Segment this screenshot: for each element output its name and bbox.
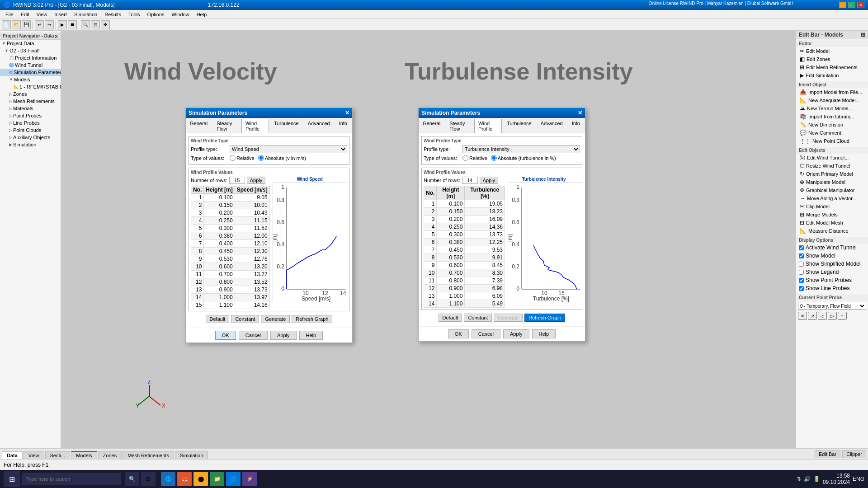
tree-item-mesh[interactable]: ▷ Mesh Refinements	[0, 98, 61, 105]
display-show-model[interactable]: Show Model	[796, 252, 868, 260]
orient-primary-item[interactable]: ↻ Orient Primary Model	[796, 170, 868, 178]
turb-tab-advanced[interactable]: Advanced	[537, 119, 567, 133]
tree-item-simulation[interactable]: ▶ Simulation	[0, 141, 61, 148]
tree-item-point-probes[interactable]: ▷ Point Probes	[0, 112, 61, 119]
probe-prev-button[interactable]: ◁	[818, 312, 827, 320]
clipper-tab[interactable]: Clipper	[842, 450, 866, 458]
wind-profile-select[interactable]: Wind Speed	[230, 145, 347, 153]
new-terrain-item[interactable]: ⛰ New Terrain Model...	[796, 104, 868, 113]
turb-constant-button[interactable]: Constant	[464, 314, 492, 322]
graphical-manipulator-item[interactable]: ✥ Graphical Manipulator	[796, 186, 868, 194]
current-probe-select[interactable]: 0 - Temporary, Flow Field	[798, 302, 866, 310]
turb-radio-absolute[interactable]	[491, 155, 497, 161]
wind-refresh-graph-button[interactable]: Refresh Graph	[292, 315, 332, 323]
tree-item-point-clouds[interactable]: ▷ Point Clouds	[0, 127, 61, 134]
tab-general[interactable]: General	[186, 119, 212, 133]
display-show-simplified[interactable]: Show Simplified Model	[796, 260, 868, 268]
probe-select-button[interactable]: ↗	[808, 312, 817, 320]
new-dimension-item[interactable]: 📏 New Dimension	[796, 121, 868, 129]
edit-bar-tab[interactable]: Edit Bar	[815, 450, 840, 458]
toolbar-open[interactable]: 📂	[12, 20, 21, 29]
turb-tab-general[interactable]: General	[419, 119, 444, 133]
bottom-tab-view[interactable]: View	[24, 451, 44, 459]
tree-item-g2[interactable]: ▼ G2 - 03 Final!	[0, 47, 61, 54]
clip-model-item[interactable]: ✂ Clip Model	[796, 202, 868, 211]
wind-constant-button[interactable]: Constant	[231, 315, 259, 323]
panel-close-icon[interactable]: ×	[55, 33, 58, 40]
toolbar-save[interactable]: 💾	[22, 20, 31, 29]
taskbar-chrome-icon[interactable]: ⬤	[193, 472, 208, 486]
bottom-tab-simulation[interactable]: Simulation	[175, 451, 208, 459]
right-panel-collapse-icon[interactable]: ⊞	[861, 32, 865, 38]
new-adequate-item[interactable]: 📐 New Adequate Model...	[796, 96, 868, 104]
toolbar-fit[interactable]: ⊡	[91, 20, 100, 29]
menu-edit[interactable]: Edit	[17, 11, 33, 18]
display-show-line-probes[interactable]: Show Line Probes	[796, 284, 868, 292]
activate-wind-tunnel-checkbox[interactable]	[799, 245, 804, 250]
radio-relative-label[interactable]: Relative	[230, 155, 255, 161]
bottom-tab-zones[interactable]: Zones	[98, 451, 122, 459]
turb-rows-input[interactable]	[462, 177, 478, 184]
edit-zones-item[interactable]: ◧ Edit Zones	[796, 55, 868, 63]
probe-delete-button[interactable]: ✕	[798, 312, 807, 320]
tree-item-materials[interactable]: ▷ Materials	[0, 105, 61, 112]
import-library-item[interactable]: 📚 Import from Library...	[796, 113, 868, 121]
toolbar-new[interactable]: 📄	[2, 20, 11, 29]
tree-item-wind-tunnel[interactable]: 🌀 Wind Tunnel	[0, 61, 61, 69]
menu-view[interactable]: View	[33, 11, 51, 18]
show-line-probes-checkbox[interactable]	[799, 286, 804, 291]
menu-help[interactable]: Help	[193, 11, 211, 18]
tree-item-models[interactable]: ▼ Models	[0, 76, 61, 83]
new-point-cloud-item[interactable]: ⋮⋮ New Point Cloud	[796, 137, 868, 145]
turb-generate-button[interactable]: Generate	[494, 314, 523, 322]
toolbar-run[interactable]: ▶	[58, 20, 67, 29]
dialog-wind-close-button[interactable]: ✕	[345, 110, 349, 116]
tree-item-rfem[interactable]: 📐 1 - RFEM/RSTAB Mo...	[0, 83, 61, 90]
turb-cancel-button[interactable]: Cancel	[472, 329, 500, 338]
new-comment-item[interactable]: 💬 New Comment	[796, 129, 868, 137]
turb-rows-apply-button[interactable]: Apply	[480, 177, 499, 184]
tree-item-aux-objects[interactable]: ▷ Auxiliary Objects	[0, 134, 61, 141]
edit-wind-tunnel-item[interactable]: 🌬 Edit Wind Tunnel...	[796, 154, 868, 162]
turb-default-button[interactable]: Default	[439, 314, 462, 322]
edit-model-mesh-item[interactable]: ⊟ Edit Model Mesh	[796, 219, 868, 227]
toolbar-pan[interactable]: ✥	[101, 20, 110, 29]
wind-rows-apply-button[interactable]: Apply	[247, 177, 266, 184]
taskbar-rwind-icon[interactable]: 🌀	[226, 472, 241, 486]
tab-advanced[interactable]: Advanced	[304, 119, 334, 133]
turb-refresh-graph-button[interactable]: Refresh Graph	[524, 314, 565, 322]
taskbar-app-icon[interactable]: ⚡	[242, 472, 257, 486]
turb-radio-relative[interactable]	[462, 155, 468, 161]
show-point-probes-checkbox[interactable]	[799, 278, 804, 283]
close-button[interactable]: ✕	[857, 2, 864, 8]
measure-distance-item[interactable]: 📐 Measure Distance	[796, 227, 868, 235]
probe-next-button[interactable]: ▷	[828, 312, 837, 320]
bottom-tab-models[interactable]: Models	[71, 451, 97, 459]
tab-wind-profile[interactable]: Wind Profile	[241, 119, 269, 133]
tree-item-project-info[interactable]: 📋 Project Information	[0, 54, 61, 61]
menu-insert[interactable]: Insert	[51, 11, 71, 18]
display-activate-wind-tunnel[interactable]: Activate Wind Tunnel	[796, 244, 868, 252]
display-show-point-probes[interactable]: Show Point Probes	[796, 276, 868, 284]
taskbar-ie-icon[interactable]: 🌐	[161, 472, 175, 486]
tab-steady-flow[interactable]: Steady Flow	[212, 119, 241, 133]
turb-tab-steady-flow[interactable]: Steady Flow	[445, 119, 473, 133]
taskbar-firefox-icon[interactable]: 🦊	[177, 472, 192, 486]
probe-list-button[interactable]: ≡	[838, 312, 847, 320]
toolbar-undo[interactable]: ↩	[35, 20, 44, 29]
bottom-tab-data[interactable]: Data	[2, 451, 23, 459]
bottom-tab-secti[interactable]: Secti...	[45, 451, 71, 459]
maximize-button[interactable]: □	[848, 2, 855, 8]
tab-turbulence[interactable]: Turbulence	[270, 119, 303, 133]
resize-wind-tunnel-item[interactable]: ⬡ Resize Wind Tunnel	[796, 162, 868, 170]
wind-rows-input[interactable]	[229, 177, 245, 184]
edit-mesh-item[interactable]: ⊞ Edit Mesh Refinements	[796, 63, 868, 71]
turb-help-button[interactable]: Help	[532, 329, 556, 338]
start-button[interactable]: ⊞	[4, 471, 20, 487]
edit-model-item[interactable]: ✏ Edit Model	[796, 47, 868, 55]
bottom-tab-mesh-refinements[interactable]: Mesh Refinements	[123, 451, 174, 459]
edit-simulation-item[interactable]: ▶ Edit Simulation	[796, 71, 868, 80]
turb-tab-info[interactable]: Info	[568, 119, 584, 133]
turb-profile-select[interactable]: Turbulence Intensity	[462, 145, 580, 153]
taskbar-search-input[interactable]	[22, 473, 121, 485]
